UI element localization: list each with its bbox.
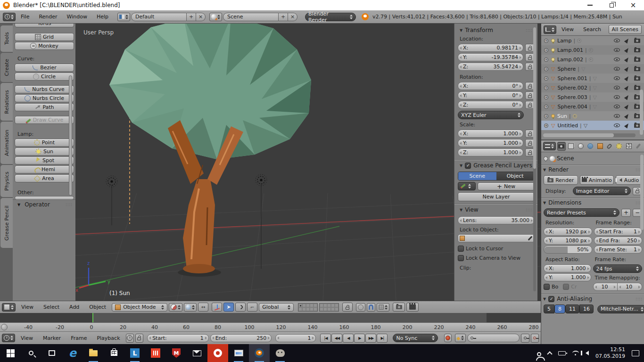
menu-3d-view[interactable]: View: [17, 304, 38, 310]
tab-create[interactable]: Create: [0, 53, 13, 82]
scale-y-field[interactable]: Y:1.000: [458, 139, 523, 147]
add-hemi-lamp-button[interactable]: Hemi: [15, 165, 74, 173]
add-circle-button[interactable]: Circle: [15, 73, 74, 81]
selectability-cursor-icon[interactable]: [624, 94, 630, 100]
menu-help[interactable]: Help: [92, 14, 113, 20]
add-spot-lamp-button[interactable]: Spot: [15, 156, 74, 165]
operator-panel-header[interactable]: ▼ Operator ::::: [13, 199, 75, 209]
snap-toggle[interactable]: [367, 303, 375, 312]
toolshelf-scrollbar[interactable]: [69, 75, 72, 196]
snap-element-select[interactable]: [377, 303, 389, 312]
pivot-point-select[interactable]: [184, 303, 197, 312]
aa-samples-11[interactable]: 11: [565, 304, 579, 313]
aa-samples-16[interactable]: 16: [579, 304, 594, 313]
properties-scrollbar[interactable]: [640, 155, 644, 230]
auto-keyframe-record-button[interactable]: [444, 334, 452, 342]
display-select[interactable]: Image Editor: [573, 187, 631, 195]
menu-timeline-view[interactable]: View: [17, 335, 37, 341]
lock-camera-checkbox[interactable]: [458, 255, 464, 261]
gp-data-select[interactable]: [458, 182, 476, 190]
mesh-data-icon[interactable]: ▽: [593, 104, 596, 109]
tab-texture[interactable]: [625, 142, 633, 151]
jump-next-keyframe-button[interactable]: ▶▶: [365, 334, 376, 343]
selectability-cursor-icon[interactable]: [624, 47, 630, 53]
tab-object[interactable]: [596, 142, 604, 151]
taskbar-search-button[interactable]: [21, 344, 41, 362]
visibility-eye-icon[interactable]: [614, 39, 620, 42]
lock-to-cursor-checkbox[interactable]: [458, 246, 464, 252]
jump-to-start-button[interactable]: |◀: [320, 334, 331, 343]
add-nurbs-curve-button[interactable]: Nurbs Curve: [15, 85, 74, 93]
panel-grip[interactable]: ::::: [636, 297, 643, 301]
npanel-scrollbar[interactable]: [533, 27, 536, 291]
play-button[interactable]: ▶: [354, 334, 365, 343]
location-y-field[interactable]: Y:-19.35784: [458, 53, 523, 61]
tab-physics[interactable]: Physics: [0, 165, 13, 197]
expand-icon[interactable]: +: [544, 95, 548, 99]
tab-animation[interactable]: Animation: [0, 122, 13, 164]
taskbar-monitor-app[interactable]: [228, 344, 249, 362]
editor-type-button-outliner[interactable]: [544, 25, 556, 34]
aspect-y-field[interactable]: Y:1.000: [544, 273, 591, 281]
delete-layout-button[interactable]: ×: [196, 13, 206, 21]
outliner-row-sphere-004[interactable]: +▽ Sphere.004|▽: [541, 102, 644, 111]
frame-step-field[interactable]: Frame Ste:1: [594, 246, 643, 254]
taskbar-l-app[interactable]: L: [124, 344, 145, 362]
mesh-data-icon[interactable]: ▽: [593, 76, 596, 81]
tray-chevron-icon[interactable]: [547, 351, 552, 356]
expand-icon[interactable]: +: [544, 86, 548, 90]
editor-type-button-info[interactable]: i: [3, 13, 16, 21]
render-audio-button[interactable]: Audio: [616, 175, 642, 185]
current-frame-field[interactable]: 1: [275, 334, 316, 342]
taskbar-store[interactable]: [104, 344, 124, 362]
layers-grid-1[interactable]: [298, 303, 318, 312]
screen-layout-icon-button[interactable]: [117, 13, 130, 21]
editor-type-button-3dview[interactable]: [2, 303, 16, 312]
tab-render-context[interactable]: [557, 142, 566, 151]
outliner-row-lamp[interactable]: + Lamp|: [541, 36, 644, 45]
antialiasing-panel-header[interactable]: ▼ ✓ Anti-Aliasing ::::: [541, 294, 644, 304]
lamp-data-icon[interactable]: [577, 39, 581, 43]
visibility-eye-icon[interactable]: [614, 48, 620, 52]
outliner-row-untitled[interactable]: +▽ Untitled|▽: [541, 121, 644, 130]
add-nurbs-circle-button[interactable]: Nurbs Circle: [15, 94, 74, 102]
visibility-eye-icon[interactable]: [614, 95, 620, 99]
taskbar-edge[interactable]: e: [62, 344, 83, 362]
taskbar-mcafee[interactable]: M: [166, 344, 187, 362]
menu-timeline-frame[interactable]: Frame: [66, 335, 91, 341]
outliner-row-sphere-001[interactable]: +▽ Sphere.001|▽: [541, 74, 644, 83]
resolution-percentage-slider[interactable]: 50%: [544, 246, 592, 254]
lamp-data-icon[interactable]: [573, 114, 577, 118]
pivot-align-toggle[interactable]: ↔: [198, 303, 208, 312]
renderability-camera-icon[interactable]: [634, 48, 640, 52]
screen-layout-field[interactable]: Default: [131, 13, 187, 21]
add-bezier-button[interactable]: Bezier: [15, 64, 74, 72]
taskbar-file-explorer[interactable]: [83, 344, 104, 362]
outliner-hscrollbar[interactable]: [543, 133, 636, 137]
menu-timeline-playback[interactable]: Playback: [92, 335, 124, 341]
lens-field[interactable]: Lens:35.000: [458, 216, 535, 224]
selectability-cursor-icon[interactable]: [624, 57, 630, 63]
tab-relations[interactable]: Relations: [0, 83, 13, 121]
expand-icon[interactable]: +: [544, 67, 548, 71]
selectability-cursor-icon[interactable]: [624, 113, 630, 119]
restore-button[interactable]: [601, 0, 622, 10]
grease-pencil-checkbox[interactable]: ✓: [465, 163, 471, 169]
visibility-eye-icon[interactable]: [614, 58, 620, 61]
gp-new-layer-button[interactable]: New Layer: [458, 192, 535, 201]
dimensions-panel-header[interactable]: ▼ Dimensions ::::: [541, 198, 644, 207]
frame-rate-select[interactable]: 24 fps: [593, 264, 642, 273]
selectability-cursor-icon[interactable]: [624, 75, 630, 82]
editor-type-button-properties[interactable]: [543, 142, 556, 150]
opengl-render-button[interactable]: [393, 303, 405, 312]
tab-scene[interactable]: [577, 142, 585, 151]
expand-icon[interactable]: +: [544, 58, 548, 62]
taskbar-blender[interactable]: [249, 344, 270, 362]
location-x-field[interactable]: X:0.98171: [458, 44, 523, 52]
jump-prev-keyframe-button[interactable]: ◀◀: [331, 334, 342, 343]
expand-icon[interactable]: +: [544, 105, 548, 109]
pin-icon[interactable]: [543, 156, 549, 162]
render-still-button[interactable]: Render: [544, 175, 578, 185]
taskbar-paint-app[interactable]: [270, 344, 290, 362]
viewport-shading-select[interactable]: [169, 303, 182, 312]
